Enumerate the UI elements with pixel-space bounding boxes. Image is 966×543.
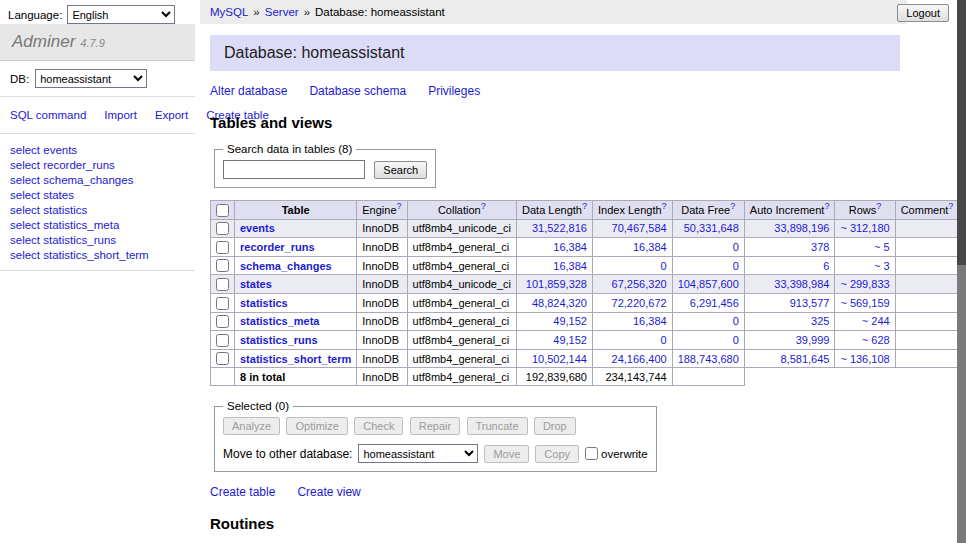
sidebar-action-export[interactable]: Export <box>155 109 188 121</box>
alter-database-link[interactable]: Alter database <box>210 84 287 98</box>
sidebar-table-link[interactable]: select schema_changes <box>10 172 185 187</box>
search-input[interactable] <box>223 160 365 179</box>
privileges-link[interactable]: Privileges <box>428 84 480 98</box>
data-free-help-link[interactable]: ? <box>730 201 735 211</box>
data-length-link[interactable]: 16,384 <box>553 241 587 253</box>
table-name-link[interactable]: states <box>240 278 272 290</box>
auto-increment-link[interactable]: 8,581,645 <box>780 353 829 365</box>
index-length-link[interactable]: 0 <box>661 260 667 272</box>
sidebar-table-link[interactable]: select statistics_meta <box>10 217 185 232</box>
sidebar-action-sql-command[interactable]: SQL command <box>10 109 86 121</box>
index-length-link[interactable]: 16,384 <box>633 315 667 327</box>
sidebar-table-link[interactable]: select events <box>10 142 185 157</box>
sidebar-table-link[interactable]: select states <box>10 187 185 202</box>
truncate-button[interactable]: Truncate <box>467 417 528 435</box>
table-name-link[interactable]: statistics_runs <box>240 334 318 346</box>
rows-link[interactable]: ~ 312,180 <box>840 222 889 234</box>
data-length-help-link[interactable]: ? <box>582 201 587 211</box>
sidebar-table-link[interactable]: select statistics_runs <box>10 232 185 247</box>
rows-link[interactable]: ~ 569,159 <box>840 297 889 309</box>
data-free-link[interactable]: 6,291,456 <box>690 297 739 309</box>
index-length-help-link[interactable]: ? <box>662 201 667 211</box>
drop-button[interactable]: Drop <box>534 417 576 435</box>
auto-increment-link[interactable]: 325 <box>811 315 829 327</box>
data-free-link[interactable]: 0 <box>733 241 739 253</box>
table-name-link[interactable]: statistics_meta <box>240 315 320 327</box>
vertical-scrollbar[interactable] <box>957 0 966 543</box>
database-schema-link[interactable]: Database schema <box>309 84 406 98</box>
copy-button[interactable]: Copy <box>535 445 579 463</box>
auto-increment-link[interactable]: 39,999 <box>796 334 830 346</box>
index-length-link[interactable]: 70,467,584 <box>612 222 667 234</box>
data-free-link[interactable]: 188,743,680 <box>678 353 739 365</box>
rows-link[interactable]: ~ 299,833 <box>840 278 889 290</box>
auto-increment-help-link[interactable]: ? <box>824 201 829 211</box>
sidebar-action-import[interactable]: Import <box>104 109 137 121</box>
sidebar-table-link[interactable]: select statistics_short_term <box>10 247 185 262</box>
data-free-link[interactable]: 104,857,600 <box>678 278 739 290</box>
table-name-link[interactable]: statistics_short_term <box>240 353 351 365</box>
data-length-link[interactable]: 49,152 <box>553 315 587 327</box>
auto-increment-link[interactable]: 913,577 <box>790 297 830 309</box>
check-all-checkbox[interactable] <box>216 204 229 217</box>
data-free-link[interactable]: 0 <box>733 334 739 346</box>
sidebar-table-link[interactable]: select statistics <box>10 202 185 217</box>
check-button[interactable]: Check <box>354 417 403 435</box>
rows-link[interactable]: ~ 628 <box>862 334 890 346</box>
adminer-logo-link[interactable]: Adminer <box>12 32 75 51</box>
data-length-link[interactable]: 10,502,144 <box>532 353 587 365</box>
index-length-link[interactable]: 0 <box>661 334 667 346</box>
row-select-checkbox[interactable] <box>216 222 229 235</box>
create-view-link[interactable]: Create view <box>297 485 360 499</box>
index-length-link[interactable]: 16,384 <box>633 241 667 253</box>
rows-link[interactable]: ~ 244 <box>862 315 890 327</box>
row-select-checkbox[interactable] <box>216 297 229 310</box>
data-length-link[interactable]: 16,384 <box>553 260 587 272</box>
table-name-link[interactable]: events <box>240 222 275 234</box>
data-length-link[interactable]: 101,859,328 <box>526 278 587 290</box>
auto-increment-link[interactable]: 33,398,984 <box>774 278 829 290</box>
auto-increment-link[interactable]: 378 <box>811 241 829 253</box>
overwrite-checkbox[interactable] <box>585 447 598 460</box>
index-length-link[interactable]: 72,220,672 <box>612 297 667 309</box>
search-button[interactable]: Search <box>374 161 427 179</box>
rows-link[interactable]: ~ 3 <box>874 260 890 272</box>
rows-link[interactable]: ~ 136,108 <box>840 353 889 365</box>
auto-increment-link[interactable]: 6 <box>823 260 829 272</box>
create-table-link[interactable]: Create table <box>210 485 275 499</box>
row-select-checkbox[interactable] <box>216 278 229 291</box>
rows-help-link[interactable]: ? <box>876 201 881 211</box>
row-select-checkbox[interactable] <box>216 315 229 328</box>
data-length-link[interactable]: 31,522,816 <box>532 222 587 234</box>
row-select-checkbox[interactable] <box>216 241 229 254</box>
row-select-checkbox[interactable] <box>216 259 229 272</box>
move-db-select[interactable]: homeassistant <box>358 444 478 463</box>
sidebar-table-link[interactable]: select recorder_runs <box>10 157 185 172</box>
table-name-link[interactable]: recorder_runs <box>240 241 315 253</box>
index-length-link[interactable]: 24,166,400 <box>612 353 667 365</box>
logout-button[interactable]: Logout <box>897 4 949 22</box>
data-free-link[interactable]: 0 <box>733 260 739 272</box>
collation-help-link[interactable]: ? <box>481 201 486 211</box>
rows-link[interactable]: ~ 5 <box>874 241 890 253</box>
engine-help-link[interactable]: ? <box>397 201 402 211</box>
optimize-button[interactable]: Optimize <box>286 417 347 435</box>
analyze-button[interactable]: Analyze <box>223 417 280 435</box>
table-name-link[interactable]: statistics <box>240 297 288 309</box>
breadcrumb-link[interactable]: MySQL <box>210 6 248 18</box>
index-length-link[interactable]: 67,256,320 <box>612 278 667 290</box>
move-button[interactable]: Move <box>484 445 529 463</box>
table-name-link[interactable]: schema_changes <box>240 260 332 272</box>
data-length-link[interactable]: 48,824,320 <box>532 297 587 309</box>
row-select-checkbox[interactable] <box>216 352 229 365</box>
data-length-link[interactable]: 49,152 <box>553 334 587 346</box>
scrollbar-thumb[interactable] <box>957 0 966 265</box>
comment-help-link[interactable]: ? <box>948 201 953 211</box>
repair-button[interactable]: Repair <box>410 417 460 435</box>
data-free-link[interactable]: 50,331,648 <box>684 222 739 234</box>
language-select[interactable]: English <box>67 5 175 24</box>
db-select[interactable]: homeassistant <box>35 69 147 88</box>
data-free-link[interactable]: 0 <box>733 315 739 327</box>
row-select-checkbox[interactable] <box>216 334 229 347</box>
breadcrumb-link[interactable]: Server <box>265 6 299 18</box>
